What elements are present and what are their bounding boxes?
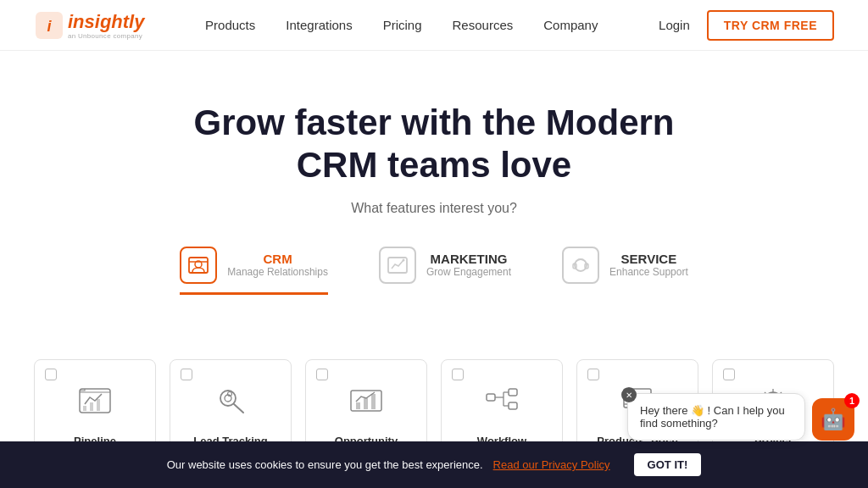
chat-message: Hey there 👋 ! Can I help you find someth… bbox=[640, 404, 785, 430]
svg-rect-21 bbox=[364, 398, 368, 409]
crm-tab-text: CRM Manage Relationships bbox=[227, 252, 328, 278]
products-checkbox[interactable] bbox=[587, 369, 599, 380]
logo[interactable]: i insightly an Unbounce company bbox=[34, 10, 144, 41]
opportunity-icon bbox=[349, 385, 383, 422]
svg-point-6 bbox=[402, 258, 404, 261]
svg-rect-20 bbox=[356, 402, 360, 409]
svg-rect-2 bbox=[189, 258, 208, 273]
nav-products[interactable]: Products bbox=[205, 18, 255, 32]
marketing-tab-text: MARKETING Grow Engagement bbox=[426, 252, 511, 278]
project-checkbox[interactable] bbox=[723, 369, 735, 380]
cookie-text: Our website uses cookies to ensure you g… bbox=[167, 458, 483, 471]
hero-headline: Grow faster with the Modern CRM teams lo… bbox=[137, 102, 731, 187]
logo-icon: i bbox=[34, 10, 64, 41]
try-crm-button[interactable]: TRY CRM FREE bbox=[707, 10, 834, 41]
tab-crm[interactable]: CRM Manage Relationships bbox=[180, 247, 328, 295]
svg-rect-22 bbox=[371, 394, 376, 409]
nav-company[interactable]: Company bbox=[543, 18, 598, 32]
workflow-checkbox[interactable] bbox=[452, 369, 464, 380]
brand-tagline: an Unbounce company bbox=[68, 33, 144, 40]
tab-marketing[interactable]: MARKETING Grow Engagement bbox=[379, 247, 511, 295]
nav-resources[interactable]: Resources bbox=[453, 18, 514, 32]
navbar: i insightly an Unbounce company Products… bbox=[0, 0, 868, 51]
hero-section: Grow faster with the Modern CRM teams lo… bbox=[0, 51, 868, 351]
opportunity-checkbox[interactable] bbox=[316, 369, 328, 380]
chat-bubble: ✕ Hey there 👋 ! Can I help you find some… bbox=[627, 393, 805, 441]
nav-pricing[interactable]: Pricing bbox=[383, 18, 422, 32]
chatbot: ✕ Hey there 👋 ! Can I help you find some… bbox=[627, 393, 854, 441]
svg-rect-25 bbox=[509, 402, 517, 409]
chat-avatar[interactable]: 🤖 1 bbox=[812, 398, 854, 441]
pipeline-checkbox[interactable] bbox=[45, 369, 57, 380]
service-tab-text: SERVICE Enhance Support bbox=[609, 252, 688, 278]
crm-icon bbox=[180, 247, 217, 284]
svg-rect-12 bbox=[83, 406, 86, 411]
service-icon bbox=[562, 247, 599, 284]
pipeline-icon bbox=[78, 385, 112, 422]
hero-subtext: What features interest you? bbox=[17, 201, 851, 216]
nav-integrations[interactable]: Integrations bbox=[286, 18, 352, 32]
nav-right: Login TRY CRM FREE bbox=[659, 10, 834, 41]
cookie-banner: Our website uses cookies to ensure you g… bbox=[0, 441, 868, 488]
svg-rect-13 bbox=[90, 402, 93, 411]
svg-rect-24 bbox=[509, 389, 517, 396]
svg-line-16 bbox=[234, 404, 243, 413]
tab-service[interactable]: SERVICE Enhance Support bbox=[562, 247, 688, 295]
chat-badge: 1 bbox=[844, 393, 860, 408]
workflow-icon bbox=[485, 385, 519, 422]
nav-links: Products Integrations Pricing Resources … bbox=[205, 18, 598, 33]
privacy-policy-link[interactable]: Read our Privacy Policy bbox=[493, 458, 610, 471]
cookie-accept-button[interactable]: GOT IT! bbox=[634, 453, 702, 476]
chat-close-button[interactable]: ✕ bbox=[621, 387, 637, 402]
lead-tracking-checkbox[interactable] bbox=[181, 369, 192, 380]
feature-tabs: CRM Manage Relationships MARKETING Grow … bbox=[17, 247, 851, 295]
marketing-icon bbox=[379, 247, 416, 284]
lead-tracking-icon bbox=[214, 385, 247, 422]
svg-rect-14 bbox=[97, 399, 100, 411]
svg-rect-23 bbox=[487, 394, 495, 401]
brand-name: insightly bbox=[68, 11, 144, 33]
login-button[interactable]: Login bbox=[659, 18, 690, 32]
chat-robot-icon: 🤖 bbox=[821, 408, 846, 431]
